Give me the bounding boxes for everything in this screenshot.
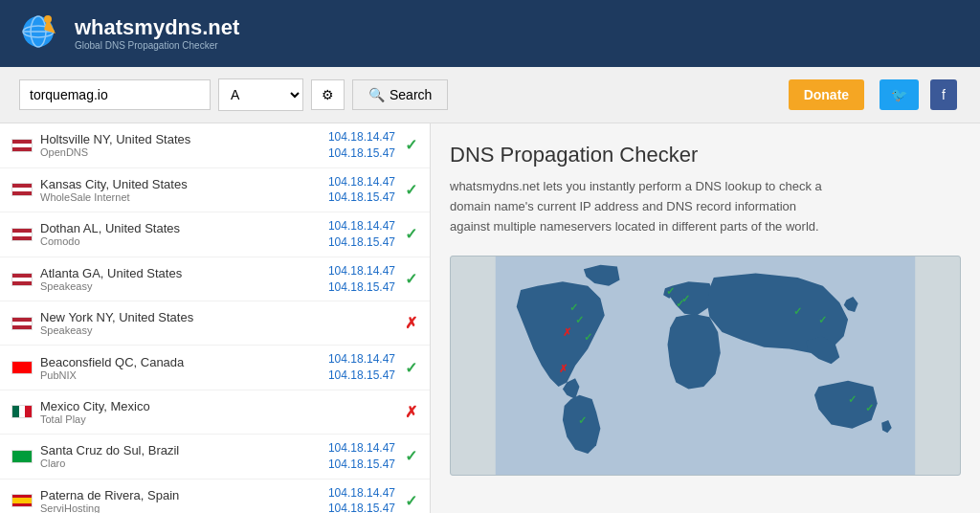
- ip-address[interactable]: 104.18.15.47: [328, 190, 395, 206]
- location-info: Holtsville NY, United StatesOpenDNS: [40, 132, 328, 158]
- table-row: Santa Cruz do Sul, BrazilClaro104.18.14.…: [0, 435, 430, 480]
- ip-addresses: 104.18.14.47104.18.15.47: [328, 485, 395, 513]
- cross-icon: ✗: [405, 315, 417, 331]
- facebook-icon: f: [942, 87, 946, 102]
- ip-address[interactable]: 104.18.14.47: [328, 218, 395, 234]
- check-icon: ✓: [405, 137, 417, 153]
- logo-subtitle: Global DNS Propagation Checker: [75, 40, 239, 51]
- country-flag: [11, 361, 33, 374]
- logo-title: whatsmydns.net: [75, 16, 239, 39]
- svg-text:✗: ✗: [559, 363, 568, 374]
- twitter-button[interactable]: 🐦: [880, 79, 919, 110]
- donate-button[interactable]: Donate: [789, 79, 864, 110]
- location-city: Paterna de Rivera, Spain: [40, 488, 328, 502]
- header: whatsmydns.net Global DNS Propagation Ch…: [0, 0, 980, 67]
- location-provider: Speakeasy: [40, 280, 328, 292]
- search-input[interactable]: [19, 79, 211, 110]
- location-provider: Claro: [40, 457, 328, 469]
- table-row: Atlanta GA, United StatesSpeakeasy104.18…: [0, 257, 430, 302]
- country-flag: [11, 450, 33, 463]
- location-info: Beaconsfield QC, CanadaPubNIX: [40, 355, 328, 381]
- ip-address[interactable]: 104.18.14.47: [328, 263, 395, 279]
- location-provider: ServiHosting: [40, 502, 328, 513]
- record-type-select[interactable]: A AAAA CNAME MX NS TXT SOA: [218, 78, 303, 111]
- table-row: Kansas City, United StatesWholeSale Inte…: [0, 168, 430, 213]
- right-panel: DNS Propagation Checker whatsmydns.net l…: [431, 123, 980, 513]
- country-flag: [11, 494, 33, 507]
- ip-address[interactable]: 104.18.15.47: [328, 234, 395, 251]
- ip-address[interactable]: 104.18.14.47: [328, 129, 395, 145]
- status-icon: ✓: [403, 270, 418, 288]
- ip-address[interactable]: 104.18.15.47: [328, 501, 395, 513]
- country-flag: [11, 139, 33, 152]
- svg-text:✓: ✓: [578, 415, 587, 427]
- ip-address[interactable]: 104.18.14.47: [328, 440, 395, 457]
- ip-addresses: 104.18.14.47104.18.15.47: [328, 440, 395, 473]
- svg-text:✓: ✓: [584, 331, 592, 343]
- svg-text:✓: ✓: [681, 294, 690, 305]
- ip-addresses: 104.18.14.47104.18.15.47: [328, 129, 395, 162]
- svg-text:✓: ✓: [569, 301, 578, 313]
- svg-text:✗: ✗: [563, 327, 571, 339]
- svg-point-4: [44, 15, 52, 23]
- gear-icon: ⚙: [322, 87, 334, 102]
- status-icon: ✓: [403, 225, 418, 243]
- search-button[interactable]: 🔍 Search: [352, 79, 448, 110]
- svg-text:✓: ✓: [575, 315, 584, 326]
- table-row: Dothan AL, United StatesComodo104.18.14.…: [0, 212, 430, 257]
- check-icon: ✓: [405, 360, 417, 376]
- ip-addresses: 104.18.14.47104.18.15.47: [328, 351, 395, 384]
- status-icon: ✓: [403, 492, 418, 510]
- country-flag: [11, 183, 33, 196]
- search-button-label: Search: [390, 87, 432, 102]
- check-icon: ✓: [405, 182, 417, 198]
- location-info: New York NY, United StatesSpeakeasy: [40, 310, 395, 336]
- ip-addresses: 104.18.14.47104.18.15.47: [328, 263, 395, 296]
- svg-text:✓: ✓: [666, 286, 675, 298]
- table-row: New York NY, United StatesSpeakeasy✗: [0, 301, 430, 346]
- country-flag: [11, 273, 33, 286]
- location-city: Mexico City, Mexico: [40, 399, 395, 413]
- status-icon: ✓: [403, 136, 418, 154]
- status-icon: ✗: [403, 314, 418, 332]
- dns-checker-description: whatsmydns.net lets you instantly perfor…: [450, 177, 833, 236]
- ip-address[interactable]: 104.18.14.47: [328, 351, 395, 368]
- ip-address[interactable]: 104.18.15.47: [328, 145, 395, 162]
- check-icon: ✓: [405, 226, 417, 242]
- table-row: Beaconsfield QC, CanadaPubNIX104.18.14.4…: [0, 346, 430, 390]
- location-city: Holtsville NY, United States: [40, 132, 328, 146]
- location-provider: Comodo: [40, 235, 328, 247]
- logo-text-area: whatsmydns.net Global DNS Propagation Ch…: [75, 16, 239, 50]
- world-map: ✓ ✗ ✓ ✓ ✗ ✓ ✓ ✓ ✓ ✓ ✓ ✓ ✓: [450, 256, 961, 476]
- location-city: Atlanta GA, United States: [40, 266, 328, 280]
- ip-address[interactable]: 104.18.14.47: [328, 174, 395, 190]
- location-city: Kansas City, United States: [40, 177, 328, 191]
- status-icon: ✓: [403, 447, 418, 465]
- table-row: Mexico City, MexicoTotal Play✗: [0, 390, 430, 435]
- ip-address[interactable]: 104.18.15.47: [328, 457, 395, 473]
- ip-addresses: 104.18.14.47104.18.15.47: [328, 218, 395, 251]
- svg-text:✓: ✓: [865, 403, 874, 414]
- location-provider: PubNIX: [40, 369, 328, 381]
- map-svg: ✓ ✗ ✓ ✓ ✗ ✓ ✓ ✓ ✓ ✓ ✓ ✓ ✓: [451, 256, 960, 475]
- search-icon: 🔍: [368, 87, 385, 102]
- logo-area: whatsmydns.net Global DNS Propagation Ch…: [19, 11, 239, 56]
- country-flag: [11, 228, 33, 241]
- status-icon: ✗: [403, 403, 418, 421]
- ip-address[interactable]: 104.18.15.47: [328, 368, 395, 384]
- check-icon: ✓: [405, 448, 417, 464]
- ip-address[interactable]: 104.18.14.47: [328, 485, 395, 502]
- ip-address[interactable]: 104.18.15.47: [328, 279, 395, 296]
- svg-text:✓: ✓: [818, 315, 827, 326]
- location-info: Dothan AL, United StatesComodo: [40, 221, 328, 247]
- location-provider: Total Play: [40, 413, 395, 425]
- settings-button[interactable]: ⚙: [311, 79, 345, 110]
- facebook-button[interactable]: f: [930, 79, 957, 110]
- location-city: Beaconsfield QC, Canada: [40, 355, 328, 369]
- logo-icon: [19, 11, 65, 56]
- location-city: Santa Cruz do Sul, Brazil: [40, 443, 328, 457]
- check-icon: ✓: [405, 493, 417, 509]
- location-info: Kansas City, United StatesWholeSale Inte…: [40, 177, 328, 203]
- location-city: Dothan AL, United States: [40, 221, 328, 235]
- location-info: Atlanta GA, United StatesSpeakeasy: [40, 266, 328, 292]
